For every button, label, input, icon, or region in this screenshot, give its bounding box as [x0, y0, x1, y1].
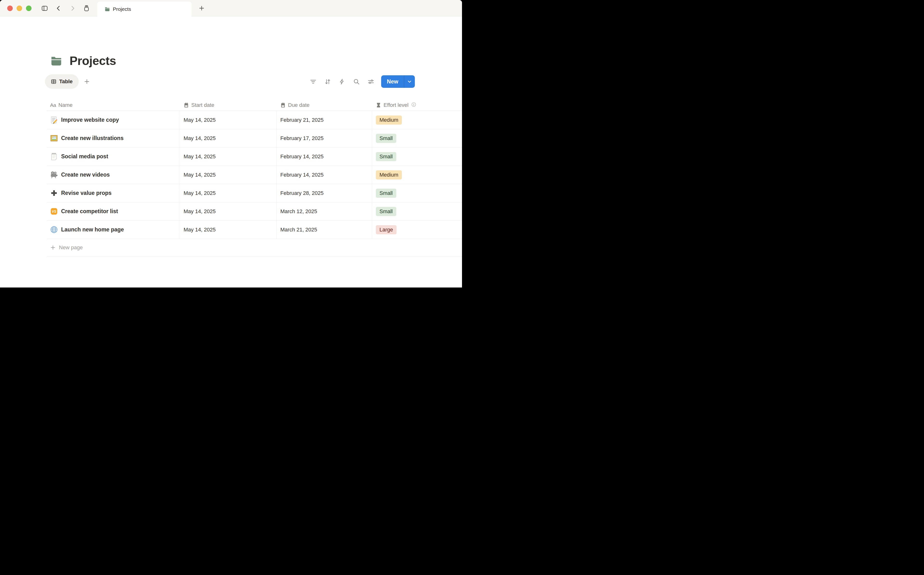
- start-date-cell[interactable]: May 14, 2025: [179, 129, 277, 147]
- tab-inbox-icon: [83, 5, 90, 11]
- due-date-cell[interactable]: February 14, 2025: [277, 166, 372, 184]
- start-date-cell[interactable]: May 14, 2025: [179, 221, 277, 239]
- folder-icon[interactable]: [50, 54, 63, 67]
- zoom-button[interactable]: [26, 6, 32, 11]
- effort-level-cell[interactable]: Medium: [372, 166, 462, 184]
- name-cell[interactable]: Create new videos: [47, 166, 179, 184]
- effort-level-cell[interactable]: Small: [372, 184, 462, 202]
- table-header-row: AaNameStart dateDue dateEffort level: [47, 100, 462, 111]
- due-date-cell[interactable]: February 28, 2025: [277, 184, 372, 202]
- view-actions: [310, 78, 375, 85]
- effort-badge: Small: [376, 207, 396, 216]
- svg-text:VS: VS: [52, 210, 56, 213]
- column-label: Start date: [191, 102, 214, 108]
- start-date-value: May 14, 2025: [184, 172, 216, 178]
- minimize-button[interactable]: [17, 6, 22, 11]
- effort-level-cell[interactable]: Medium: [372, 111, 462, 129]
- add-view-button[interactable]: [83, 78, 91, 86]
- start-date-value: May 14, 2025: [184, 190, 216, 196]
- column-header-effort-level[interactable]: Effort level: [372, 100, 462, 111]
- info-icon[interactable]: [411, 102, 416, 108]
- page-content: Projects Table New AaNameStart dateDue d…: [0, 16, 462, 288]
- name-cell[interactable]: Revise value props: [47, 184, 179, 202]
- name-cell[interactable]: VSCreate competitor list: [47, 202, 179, 220]
- globe-icon: [50, 226, 58, 233]
- table-row[interactable]: Create new videos May 14, 2025 February …: [47, 166, 462, 184]
- filter-button[interactable]: [310, 78, 317, 85]
- start-date-cell[interactable]: May 14, 2025: [179, 202, 277, 220]
- table-view-icon: [51, 79, 56, 84]
- due-date-value: February 21, 2025: [280, 117, 324, 123]
- effort-level-cell[interactable]: Large: [372, 221, 462, 239]
- sort-icon: [324, 78, 331, 85]
- forward-chevron-button: [69, 5, 76, 12]
- table-row[interactable]: Create new illustrations May 14, 2025 Fe…: [47, 129, 462, 148]
- settings-sliders-icon: [368, 78, 374, 85]
- new-tab-button[interactable]: [196, 0, 207, 16]
- search-button[interactable]: [353, 78, 360, 85]
- view-bar: Table New: [45, 74, 415, 89]
- name-cell[interactable]: Launch new home page: [47, 221, 179, 239]
- start-date-cell[interactable]: May 14, 2025: [179, 111, 277, 129]
- start-date-cell[interactable]: May 14, 2025: [179, 184, 277, 202]
- close-button[interactable]: [7, 6, 13, 11]
- start-date-cell[interactable]: May 14, 2025: [179, 166, 277, 184]
- toolbar-nav: [41, 0, 90, 16]
- row-title: Launch new home page: [61, 226, 124, 233]
- due-date-value: February 17, 2025: [280, 135, 324, 141]
- sort-button[interactable]: [324, 78, 331, 85]
- effort-badge: Large: [376, 225, 397, 234]
- effort-badge: Small: [376, 134, 396, 143]
- row-title: Create new videos: [61, 172, 110, 178]
- table-row[interactable]: Launch new home page May 14, 2025 March …: [47, 221, 462, 239]
- tab-inbox-button[interactable]: [83, 5, 90, 12]
- due-date-cell[interactable]: February 14, 2025: [277, 148, 372, 165]
- sidebar-toggle-button[interactable]: [41, 5, 48, 12]
- effort-level-cell[interactable]: Small: [372, 202, 462, 220]
- due-date-cell[interactable]: February 21, 2025: [277, 111, 372, 129]
- column-label: Name: [59, 102, 73, 108]
- memo-icon: [50, 116, 58, 124]
- column-label: Due date: [288, 102, 310, 108]
- due-date-cell[interactable]: February 17, 2025: [277, 129, 372, 147]
- traffic-lights: [7, 0, 32, 16]
- column-label: Effort level: [384, 102, 409, 108]
- effort-badge: Medium: [376, 170, 402, 179]
- due-date-cell[interactable]: March 12, 2025: [277, 202, 372, 220]
- effort-badge: Small: [376, 152, 396, 161]
- table-row[interactable]: Revise value props May 14, 2025 February…: [47, 184, 462, 202]
- app-window: Projects Projects Table New AaNameStart …: [0, 0, 462, 288]
- column-header-name[interactable]: AaName: [47, 100, 179, 111]
- page-title[interactable]: Projects: [70, 54, 116, 68]
- column-header-due-date[interactable]: Due date: [277, 100, 372, 111]
- automation-button[interactable]: [338, 78, 346, 85]
- start-date-cell[interactable]: May 14, 2025: [179, 148, 277, 165]
- effort-level-cell[interactable]: Small: [372, 148, 462, 165]
- new-row-button[interactable]: New: [381, 75, 415, 88]
- column-header-start-date[interactable]: Start date: [179, 100, 277, 111]
- view-tab-table[interactable]: Table: [45, 74, 79, 89]
- due-date-value: March 21, 2025: [280, 227, 317, 233]
- name-cell[interactable]: Create new illustrations: [47, 129, 179, 147]
- back-chevron-button[interactable]: [55, 5, 62, 12]
- tab-projects[interactable]: Projects: [97, 2, 192, 17]
- due-date-value: February 14, 2025: [280, 154, 324, 160]
- name-cell[interactable]: Improve website copy: [47, 111, 179, 129]
- settings-sliders-button[interactable]: [367, 78, 375, 85]
- start-date-value: May 14, 2025: [184, 154, 216, 160]
- vs-badge-icon: VS: [50, 207, 58, 215]
- plus-icon: [50, 245, 56, 251]
- start-date-value: May 14, 2025: [184, 227, 216, 233]
- name-cell[interactable]: Social media post: [47, 148, 179, 165]
- projects-table: AaNameStart dateDue dateEffort level Imp…: [47, 100, 462, 256]
- table-row[interactable]: VSCreate competitor list May 14, 2025 Ma…: [47, 202, 462, 221]
- plus-icon: [198, 5, 205, 11]
- due-date-cell[interactable]: March 21, 2025: [277, 221, 372, 239]
- chevron-down-icon[interactable]: [404, 79, 415, 84]
- table-row[interactable]: Improve website copy May 14, 2025 Februa…: [47, 111, 462, 129]
- plus-icon: [84, 78, 90, 85]
- new-page-button[interactable]: New page: [47, 239, 462, 256]
- new-button-label: New: [381, 78, 404, 85]
- effort-level-cell[interactable]: Small: [372, 129, 462, 147]
- table-row[interactable]: Social media post May 14, 2025 February …: [47, 148, 462, 166]
